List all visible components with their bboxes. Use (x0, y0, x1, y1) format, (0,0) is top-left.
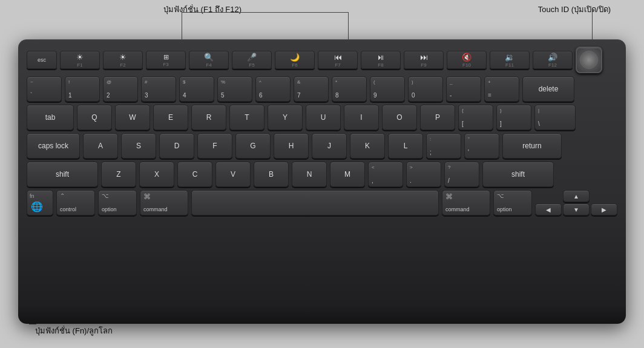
key-arrow-down[interactable]: ▼ (563, 203, 590, 215)
function-keys-label: ปุ่มฟังก์ชั่น (F1 ถึง F12) (163, 3, 242, 16)
key-t[interactable]: T (229, 105, 264, 130)
arrow-up-row: ▲ (535, 190, 617, 202)
key-8[interactable]: * 8 (332, 76, 367, 102)
key-comma[interactable]: < , (368, 162, 403, 187)
key-f10[interactable]: 🔇 F10 (447, 51, 487, 69)
key-f9[interactable]: ⏭ F9 (404, 51, 444, 69)
key-6[interactable]: ^ 6 (255, 76, 291, 102)
key-f4[interactable]: 🔍 F4 (189, 51, 229, 69)
zxcv-row: shift Z X C V B N M < , > . ? / shift (27, 162, 617, 187)
key-k[interactable]: K (350, 133, 385, 159)
touchid-line (592, 12, 593, 41)
key-space[interactable] (191, 190, 439, 215)
fn-globe-label: ปุ่มฟังก์ชั่น (Fn)/ลูกโลก (35, 324, 113, 337)
key-backslash[interactable]: | \ (534, 105, 576, 130)
key-n[interactable]: N (292, 162, 327, 187)
touchid-sensor (580, 51, 598, 69)
key-q[interactable]: Q (77, 105, 112, 130)
key-option-right[interactable]: ⌥ option (493, 190, 532, 215)
arrow-cluster: ▲ ◀ ▼ ▶ (535, 190, 617, 215)
arrow-bottom-row: ◀ ▼ ▶ (535, 203, 617, 215)
key-y[interactable]: Y (268, 105, 303, 130)
key-c[interactable]: C (177, 162, 212, 187)
key-period[interactable]: > . (406, 162, 441, 187)
key-command-left[interactable]: ⌘ command (140, 190, 188, 215)
key-lbracket[interactable]: { [ (458, 105, 493, 130)
key-u[interactable]: U (306, 105, 341, 130)
key-i[interactable]: I (344, 105, 379, 130)
key-quote[interactable]: " ' (464, 133, 499, 159)
key-4[interactable]: $ 4 (179, 76, 214, 102)
fkey-row: esc ☀ F1 ☀ F2 ⊞ F3 🔍 F4 🎤 F5 🌙 F6 ⏮ F7 (27, 47, 617, 73)
key-v[interactable]: V (215, 162, 251, 187)
fkeys-line-right (348, 12, 349, 41)
key-arrow-right[interactable]: ▶ (591, 203, 617, 215)
modifier-row: fn 🌐 ⌃ control ⌥ option ⌘ command ⌘ comm… (27, 190, 617, 215)
key-minus[interactable]: _ - (446, 76, 481, 102)
key-f7[interactable]: ⏮ F7 (318, 51, 358, 69)
keyboard: esc ☀ F1 ☀ F2 ⊞ F3 🔍 F4 🎤 F5 🌙 F6 ⏮ F7 (18, 39, 626, 324)
key-f12[interactable]: 🔊 F12 (533, 51, 573, 69)
key-f2[interactable]: ☀ F2 (103, 51, 143, 69)
key-tab[interactable]: tab (27, 105, 74, 130)
key-delete[interactable]: delete (522, 76, 574, 102)
key-2[interactable]: @ 2 (103, 76, 138, 102)
key-z[interactable]: Z (101, 162, 136, 187)
key-f11[interactable]: 🔉 F11 (490, 51, 530, 69)
key-f3[interactable]: ⊞ F3 (146, 51, 186, 69)
key-9[interactable]: ( 9 (370, 76, 405, 102)
key-s[interactable]: S (121, 133, 156, 159)
key-f8[interactable]: ⏯ F8 (361, 51, 401, 69)
key-w[interactable]: W (115, 105, 150, 130)
key-e[interactable]: E (153, 105, 188, 130)
key-a[interactable]: A (83, 133, 118, 159)
key-f[interactable]: F (197, 133, 232, 159)
key-grave[interactable]: ~ ` (27, 76, 62, 102)
key-control[interactable]: ⌃ control (56, 190, 95, 215)
key-f5[interactable]: 🎤 F5 (232, 51, 272, 69)
key-option-left[interactable]: ⌥ option (98, 190, 137, 215)
number-row: ~ ` ! 1 @ 2 # 3 $ 4 % 5 ^ 6 & 7 (27, 76, 617, 102)
key-equal[interactable]: + = (484, 76, 519, 102)
key-m[interactable]: M (330, 162, 365, 187)
key-l[interactable]: L (388, 133, 423, 159)
key-shift-right[interactable]: shift (482, 162, 554, 187)
key-r[interactable]: R (191, 105, 226, 130)
key-b[interactable]: B (254, 162, 289, 187)
key-p[interactable]: P (420, 105, 455, 130)
key-x[interactable]: X (139, 162, 174, 187)
asdf-row: caps lock A S D F G H J K L : ; " ' retu… (27, 133, 617, 159)
keyboard-gradient (18, 306, 626, 324)
key-o[interactable]: O (382, 105, 417, 130)
key-1[interactable]: ! 1 (65, 76, 100, 102)
touchid-label: Touch ID (ปุ่มเปิด/ปิด) (538, 3, 611, 16)
key-j[interactable]: J (312, 133, 347, 159)
fkeys-line-left (182, 12, 182, 41)
key-command-right[interactable]: ⌘ command (442, 190, 490, 215)
key-caps-lock[interactable]: caps lock (27, 133, 80, 159)
key-0[interactable]: ) 0 (408, 76, 443, 102)
key-arrow-up[interactable]: ▲ (563, 190, 590, 202)
key-d[interactable]: D (159, 133, 194, 159)
key-fn[interactable]: fn 🌐 (27, 190, 53, 215)
key-3[interactable]: # 3 (141, 76, 176, 102)
qwerty-row: tab Q W E R T Y U I O P { [ } ] | \ (27, 105, 617, 130)
key-shift-left[interactable]: shift (27, 162, 98, 187)
key-h[interactable]: H (274, 133, 309, 159)
key-g[interactable]: G (235, 133, 271, 159)
key-rbracket[interactable]: } ] (496, 105, 531, 130)
key-arrow-left[interactable]: ◀ (535, 203, 562, 215)
key-touchid[interactable] (576, 47, 602, 73)
key-5[interactable]: % 5 (217, 76, 252, 102)
key-semicolon[interactable]: : ; (426, 133, 461, 159)
fkeys-bracket-top (182, 12, 348, 13)
fn-line-horiz (29, 324, 36, 324)
key-f1[interactable]: ☀ F1 (60, 51, 100, 69)
key-f6[interactable]: 🌙 F6 (275, 51, 315, 69)
key-return[interactable]: return (502, 133, 562, 159)
key-slash[interactable]: ? / (444, 162, 479, 187)
key-esc[interactable]: esc (27, 51, 57, 69)
key-7[interactable]: & 7 (294, 76, 329, 102)
